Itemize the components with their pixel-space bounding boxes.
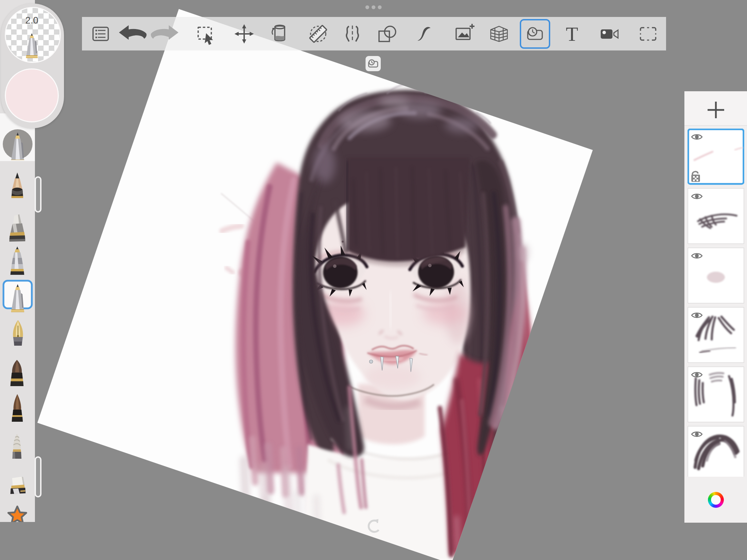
- svg-text:T: T: [566, 23, 578, 45]
- svg-text:2.0: 2.0: [25, 15, 38, 26]
